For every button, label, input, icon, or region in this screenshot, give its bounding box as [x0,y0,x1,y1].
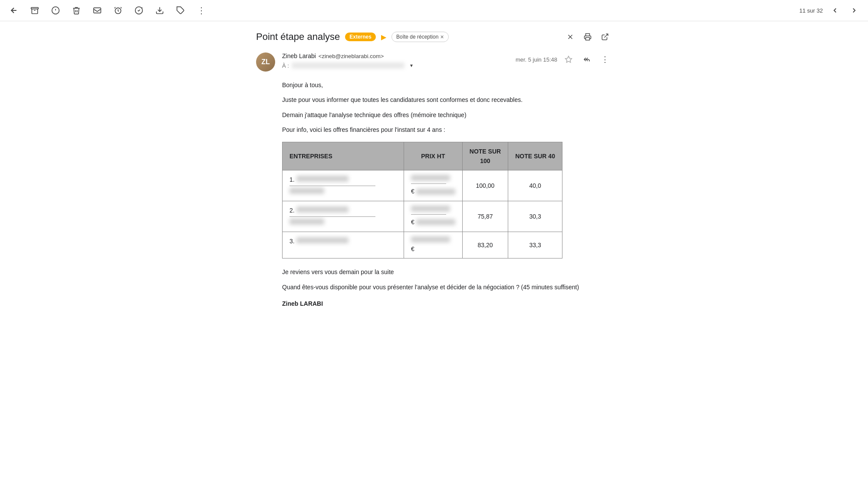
report-button[interactable] [49,3,62,17]
delete-button[interactable] [69,3,83,17]
line3: Pour info, voici les offres financières … [282,125,612,134]
row2-note100: 75,87 [462,201,508,232]
table-row: 1. € [283,170,562,201]
to-line: À : ▾ [282,61,509,70]
euro-1: € [411,186,414,196]
svg-line-13 [605,34,608,37]
sender-row: ZL Zineb Larabi <zineb@zineblarabi.com> … [256,52,612,72]
mark-unread-button[interactable] [90,3,104,17]
blurred-price-1a [411,175,450,181]
row1-note100: 100,00 [462,170,508,201]
toolbar: ⋮ 11 sur 32 [0,0,868,21]
euro-3: € [411,244,414,254]
line2: Demain j'attaque l'analyse technique des… [282,110,612,120]
svg-rect-0 [31,7,39,9]
close-email-button[interactable] [563,30,577,44]
print-button[interactable] [581,30,595,44]
more-button[interactable]: ⋮ [194,3,208,17]
sender-email: <zineb@zineblarabi.com> [319,53,384,59]
row3-prix: € [404,232,463,258]
svg-rect-12 [586,38,590,40]
row3-entreprise: 3. [283,232,404,258]
back-button[interactable] [7,3,21,17]
svg-rect-4 [94,8,101,13]
label-button[interactable] [174,3,187,17]
table-row: 3. € 83,20 33,3 [283,232,562,258]
badge-inbox-close[interactable]: × [440,33,444,40]
blurred-name-1b [289,188,324,194]
badge-externes[interactable]: Externes [345,33,376,41]
row2-prix: € [404,201,463,232]
blurred-price-2b [416,219,455,225]
svg-marker-14 [566,56,572,62]
row3-note40: 33,3 [508,232,562,258]
reply-all-button[interactable] [580,52,594,66]
col-header-note40: NOTE SUR 40 [508,142,562,170]
greeting: Bonjour à tous, [282,80,612,90]
row2-entreprise: 2. [283,201,404,232]
line1: Juste pour vous informer que toutes les … [282,95,612,105]
blurred-name-3 [296,237,349,243]
badge-inbox[interactable]: Boîte de réception × [391,32,449,42]
email-date: mer. 5 juin 15:48 [516,56,557,63]
closing1: Je reviens vers vous demain pour la suit… [282,267,612,277]
archive-button[interactable] [28,3,42,17]
sender-meta: mer. 5 juin 15:48 ⋮ [516,52,612,66]
badge-inbox-label: Boîte de réception [396,34,438,40]
toolbar-left: ⋮ [7,3,208,17]
sender-name: Zineb Larabi [282,52,316,59]
col-header-note100: NOTE SUR100 [462,142,508,170]
email-container: Point étape analyse Externes ▶ Boîte de … [239,21,629,331]
prev-email-button[interactable] [828,3,842,17]
download-button[interactable] [153,3,167,17]
subject-row: Point étape analyse Externes ▶ Boîte de … [256,30,612,44]
row3-note100: 83,20 [462,232,508,258]
col-header-entreprises: ENTREPRISES [283,142,404,170]
col-header-prix: PRIX HT [404,142,463,170]
email-counter: 11 sur 32 [799,7,823,14]
more-email-button[interactable]: ⋮ [598,52,612,66]
row2-note40: 30,3 [508,201,562,232]
blurred-price-2a [411,206,450,212]
table-row: 2. € [283,201,562,232]
open-new-window-button[interactable] [598,30,612,44]
blurred-price-3 [411,236,450,242]
subject-title: Point étape analyse [256,31,340,43]
row1-note40: 40,0 [508,170,562,201]
blurred-price-1b [416,189,455,195]
task-button[interactable] [132,3,146,17]
signature: Zineb LARABI [282,299,612,308]
snooze-button[interactable] [111,3,125,17]
arrow-icon: ▶ [381,33,386,41]
to-recipients-blurred [292,62,404,69]
star-button[interactable] [562,52,575,66]
closing2: Quand êtes-vous disponible pour vous pré… [282,282,612,292]
row1-prix: € [404,170,463,201]
sender-info: Zineb Larabi <zineb@zineblarabi.com> À :… [282,52,509,70]
expand-recipients-button[interactable]: ▾ [407,61,416,70]
toolbar-right: 11 sur 32 [799,3,861,17]
sender-name-line: Zineb Larabi <zineb@zineblarabi.com> [282,52,509,59]
to-label: À : [282,62,289,69]
email-body: Bonjour à tous, Juste pour vous informer… [256,80,612,308]
blurred-name-1 [296,176,349,182]
blurred-name-2b [289,219,324,225]
avatar: ZL [256,52,275,72]
next-email-button[interactable] [847,3,861,17]
row1-entreprise: 1. [283,170,404,201]
financial-table: ENTREPRISES PRIX HT NOTE SUR100 NOTE SUR… [282,142,562,259]
euro-2: € [411,217,414,227]
blurred-name-2 [296,206,349,213]
subject-actions [563,30,612,44]
